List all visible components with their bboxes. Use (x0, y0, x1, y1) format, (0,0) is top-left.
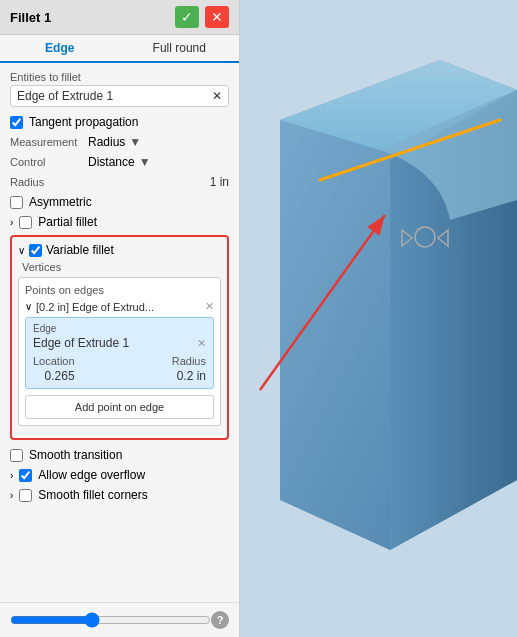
confirm-button[interactable]: ✓ (175, 6, 199, 28)
radius-sub-value: 0.2 in (172, 369, 206, 383)
smooth-transition-row: Smooth transition (10, 448, 229, 462)
add-point-button[interactable]: Add point on edge (25, 395, 214, 419)
panel-title: Fillet 1 (10, 10, 51, 25)
edge-item-chevron[interactable]: ∨ (25, 301, 32, 312)
edge-detail-text: Edge of Extrude 1 (33, 336, 129, 350)
edge-detail-value: Edge of Extrude 1 ✕ (33, 336, 206, 350)
tangent-propagation-row: Tangent propagation (10, 115, 229, 129)
partial-fillet-chevron[interactable]: › (10, 217, 13, 228)
tangent-propagation-label: Tangent propagation (29, 115, 138, 129)
entities-label: Entities to fillet (10, 71, 229, 83)
smooth-fillet-corners-chevron[interactable]: › (10, 490, 13, 501)
control-row: Control Distance ▼ (10, 155, 229, 169)
edge-item-close-icon[interactable]: ✕ (205, 300, 214, 313)
control-label: Control (10, 156, 82, 168)
location-radius-row: Location 0.265 Radius 0.2 in (33, 355, 206, 383)
variable-fillet-checkbox[interactable] (29, 244, 42, 257)
variable-fillet-header: ∨ Variable fillet (18, 243, 221, 257)
tab-edge[interactable]: Edge (0, 35, 120, 63)
asymmetric-row: Asymmetric (10, 195, 229, 209)
measurement-select[interactable]: Radius ▼ (88, 135, 141, 149)
points-on-edges-label: Points on edges (25, 284, 214, 296)
title-bar: Fillet 1 ✓ ✕ (0, 0, 239, 35)
entities-close-icon[interactable]: ✕ (212, 89, 222, 103)
3d-viewport (240, 0, 517, 637)
partial-fillet-row: › Partial fillet (10, 215, 229, 229)
edge-detail-close-icon[interactable]: ✕ (197, 337, 206, 350)
viewport-svg (240, 0, 517, 637)
vertices-label: Vertices (18, 261, 221, 273)
panel-footer: ? (0, 602, 239, 637)
control-select[interactable]: Distance ▼ (88, 155, 151, 169)
entities-value: Edge of Extrude 1 (17, 89, 113, 103)
svg-line-0 (320, 120, 500, 180)
tangent-propagation-checkbox[interactable] (10, 116, 23, 129)
svg-marker-5 (438, 230, 448, 246)
entities-group: Entities to fillet Edge of Extrude 1 ✕ (10, 71, 229, 107)
title-actions: ✓ ✕ (175, 6, 229, 28)
edge-detail-label: Edge (33, 323, 206, 334)
variable-fillet-label: Variable fillet (46, 243, 114, 257)
smooth-transition-checkbox[interactable] (10, 449, 23, 462)
slider[interactable] (10, 612, 211, 628)
edge-detail-box: Edge Edge of Extrude 1 ✕ Location 0.265 … (25, 317, 214, 389)
measurement-value: Radius (88, 135, 125, 149)
measurement-dropdown-arrow: ▼ (129, 135, 141, 149)
edge-item-text[interactable]: [0.2 in] Edge of Extrud... (36, 301, 201, 313)
cancel-button[interactable]: ✕ (205, 6, 229, 28)
allow-edge-overflow-row: › Allow edge overflow (10, 468, 229, 482)
allow-edge-overflow-checkbox[interactable] (19, 469, 32, 482)
location-value: 0.265 (33, 369, 75, 383)
location-label: Location (33, 355, 75, 367)
asymmetric-checkbox[interactable] (10, 196, 23, 209)
asymmetric-label: Asymmetric (29, 195, 92, 209)
help-icon[interactable]: ? (211, 611, 229, 629)
svg-point-4 (415, 227, 435, 247)
measurement-label: Measurement (10, 136, 82, 148)
allow-edge-overflow-chevron[interactable]: › (10, 470, 13, 481)
allow-edge-overflow-label: Allow edge overflow (38, 468, 145, 482)
svg-marker-3 (402, 230, 412, 246)
smooth-fillet-corners-row: › Smooth fillet corners (10, 488, 229, 502)
svg-line-2 (260, 215, 385, 390)
control-value: Distance (88, 155, 135, 169)
smooth-fillet-corners-checkbox[interactable] (19, 489, 32, 502)
radius-row: Radius 1 in (10, 175, 229, 189)
entities-input[interactable]: Edge of Extrude 1 ✕ (10, 85, 229, 107)
variable-fillet-chevron[interactable]: ∨ (18, 245, 25, 256)
partial-fillet-checkbox[interactable] (19, 216, 32, 229)
points-on-edges-box: Points on edges ∨ [0.2 in] Edge of Extru… (18, 277, 221, 426)
radius-label: Radius (10, 176, 44, 188)
variable-fillet-section: ∨ Variable fillet Vertices Points on edg… (10, 235, 229, 440)
radius-sub-label: Radius (172, 355, 206, 367)
partial-fillet-label: Partial fillet (38, 215, 97, 229)
control-dropdown-arrow: ▼ (139, 155, 151, 169)
edge-item-row: ∨ [0.2 in] Edge of Extrud... ✕ (25, 300, 214, 313)
radius-value: 1 in (210, 175, 229, 189)
tab-full-round[interactable]: Full round (120, 35, 240, 61)
smooth-fillet-corners-label: Smooth fillet corners (38, 488, 147, 502)
panel-content: Entities to fillet Edge of Extrude 1 ✕ T… (0, 63, 239, 602)
tab-bar: Edge Full round (0, 35, 239, 63)
smooth-transition-label: Smooth transition (29, 448, 122, 462)
measurement-row: Measurement Radius ▼ (10, 135, 229, 149)
slider-container (10, 612, 211, 628)
fillet-panel: Fillet 1 ✓ ✕ Edge Full round Entities to… (0, 0, 240, 637)
